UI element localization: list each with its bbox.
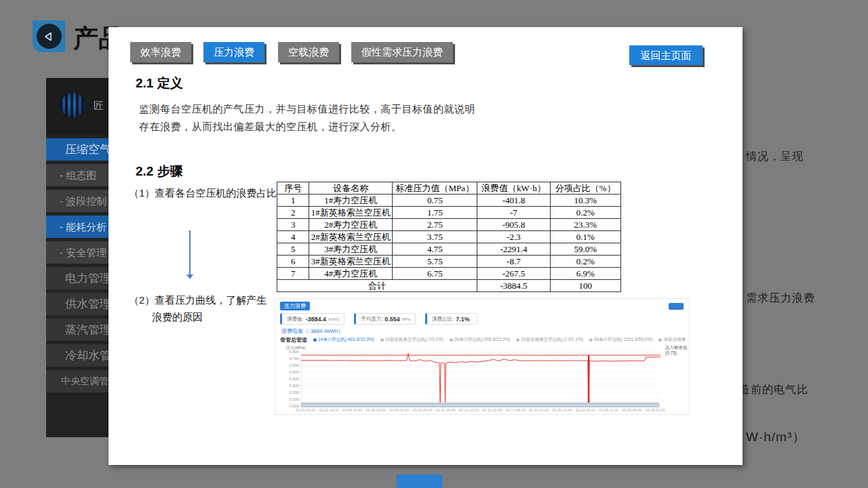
bg-text-fragment: 造前的电气比 [739, 383, 808, 397]
return-main-page-button[interactable]: 返回主页面 [629, 45, 703, 65]
table-cell: -267.5 [477, 268, 550, 280]
table-cell: 5 [277, 243, 309, 256]
legend-dot-icon [658, 338, 662, 342]
tab-efficiency-waste[interactable]: 效率浪费 [130, 42, 191, 62]
table-cell: 1#新英格索兰空压机 [309, 207, 393, 219]
x-axis-tick-label: 02-22 16:00 [576, 408, 595, 412]
table-cell: 3 [277, 219, 309, 231]
legend-item[interactable]: 2#新英格索兰空压机(-2.3/0.1%) [516, 337, 583, 343]
section-heading-steps: 2.2 步骤 [136, 163, 183, 180]
table-cell: 3#寿力空压机 [309, 243, 393, 256]
legend-item[interactable]: 2#寿力空压机(-905.8/23.3%) [450, 337, 511, 343]
section-heading-definition: 2.1 定义 [136, 75, 183, 92]
waste-energy-link[interactable]: 浪费电量（-3884.4kWh） [281, 327, 343, 335]
table-cell: 0.2% [550, 207, 620, 219]
definition-body-text: 监测每台空压机的产气压力，并与目标值进行比较，高于目标值的就说明存在浪费，从而找… [139, 100, 481, 136]
stat-box: 浪费值:-3884.4(kWh) [280, 313, 344, 325]
table-cell: -7 [477, 207, 550, 219]
table-cell: -2291.4 [477, 243, 550, 256]
table-cell: 3#新英格索兰空压机 [309, 256, 393, 268]
table-cell: 1 [277, 195, 309, 207]
bg-text-fragment: 情况，呈现 [746, 150, 804, 164]
tab-false-demand-waste[interactable]: 假性需求压力浪费 [351, 42, 453, 62]
x-axis-tick-label: 02-04 14:40 [342, 408, 362, 412]
x-axis-tick-label: 02-28 02:00 [646, 408, 665, 412]
x-axis-tick-label: 02-26 06:40 [622, 408, 642, 412]
table-cell: 2#寿力空压机 [309, 219, 393, 231]
legend-label: 母管总管道 [280, 336, 307, 344]
legend-item[interactable]: 3#新英格索兰空压机(-8.7/0.2%) [658, 337, 686, 343]
legend-item-label: 3#新英格索兰空压机(-8.7/0.2%) [663, 337, 686, 343]
svg-text:压力(MPa): 压力(MPa) [286, 345, 305, 350]
table-header-cell: 浪费值（kW·h） [477, 182, 550, 195]
table-cell: 0.75 [393, 195, 477, 207]
x-axis-tick-label: 02-19 01:20 [529, 408, 549, 412]
x-axis-tick-label: 02-10 00:40 [412, 408, 432, 412]
brand-logo-icon [60, 92, 85, 118]
svg-text:0.500: 0.500 [289, 370, 299, 374]
slide-root: 情况，呈现 需求压力浪费 造前的电气比 W·h/m³） 产品 匠 压缩空气- 组… [0, 0, 868, 488]
stat-box: 平均压力:0.554MPa [354, 313, 416, 325]
legend-item[interactable]: 1#新英格索兰空压机(-7/0.2%) [380, 337, 443, 343]
table-row: 32#寿力空压机2.75-905.823.3% [277, 219, 621, 231]
table-cell: 4 [277, 231, 309, 243]
svg-text:0.600: 0.600 [289, 363, 299, 367]
bg-text-fragment: 需求压力浪费 [746, 291, 815, 306]
table-row: 53#寿力空压机4.75-2291.459.0% [277, 243, 621, 256]
legend-dot-icon [450, 338, 453, 342]
table-cell: 3.75 [393, 231, 477, 243]
pressure-waste-screenshot: 压力浪费 浪费值:-3884.4(kWh)平均压力:0.554MPa浪费占比:7… [275, 298, 690, 415]
x-axis-labels: 02-01 00:0002-02 19:2002-04 14:4002-06 1… [296, 408, 665, 412]
table-cell: 100 [550, 280, 620, 292]
table-cell: 2#新英格索兰空压机 [309, 231, 393, 243]
step-2-text: （2）查看压力曲线，了解产生浪费的原因 [129, 291, 271, 325]
left-triangle-icon [43, 31, 54, 42]
svg-text:0.400: 0.400 [289, 377, 299, 381]
mini-action-button[interactable] [669, 303, 684, 310]
legend-item[interactable]: 3#寿力空压机(-2291.4/59.0%) [589, 337, 652, 343]
table-header-cell: 序号 [277, 182, 309, 195]
bottom-blue-bar [397, 474, 442, 488]
tab-idle-waste[interactable]: 空载浪费 [278, 42, 339, 62]
stat-boxes: 浪费值:-3884.4(kWh)平均压力:0.554MPa浪费占比:7.1% [280, 313, 477, 325]
legend-item-label: 1#寿力空压机(-401.8/10.3%) [318, 337, 374, 343]
x-axis-tick-label: 02-13 15:20 [459, 408, 479, 412]
x-axis-tick-label: 02-24 11:20 [599, 408, 618, 412]
screenshot-title-badge: 压力浪费 [280, 302, 310, 310]
x-axis-tick-label: 02-02 19:20 [319, 408, 338, 412]
stat-box: 浪费占比:7.1% [425, 313, 477, 325]
table-cell: 1.75 [393, 207, 477, 219]
table-cell: -8.7 [477, 256, 550, 268]
table-header-cell: 设备名称 [309, 182, 393, 195]
table-cell: 合计 [277, 280, 477, 292]
table-header-row: 序号设备名称标准压力值（MPa）浪费值（kW·h）分项占比（%） [277, 182, 621, 195]
legend-items: 1#寿力空压机(-401.8/10.3%)1#新英格索兰空压机(-7/0.2%)… [313, 337, 686, 343]
legend-dot-icon [380, 338, 384, 342]
x-axis-tick-label: 02-17 06:00 [505, 408, 525, 412]
table-cell: 5.75 [393, 256, 477, 268]
standard-value-label: 压力标准值 (0.75) [665, 345, 690, 356]
main-panel: 效率浪费 压力浪费 空载浪费 假性需求压力浪费 返回主页面 2.1 定义 监测每… [108, 27, 743, 465]
table-cell: 6.9% [550, 268, 620, 280]
table-cell: 0.2% [550, 256, 620, 268]
table-row: 21#新英格索兰空压机1.75-70.2% [277, 207, 621, 219]
svg-text:0.300: 0.300 [289, 384, 299, 388]
tab-pressure-waste[interactable]: 压力浪费 [203, 42, 264, 62]
pressure-line-chart: 压力(MPa)0.8000.7000.6000.5000.4000.3000.2… [282, 344, 662, 411]
legend-item[interactable]: 1#寿力空压机(-401.8/10.3%) [313, 337, 374, 343]
x-axis-tick-label: 02-01 00:00 [296, 408, 315, 412]
table-cell: 23.3% [550, 219, 620, 231]
chart-scrollbar[interactable] [301, 403, 659, 407]
table-cell: -401.8 [477, 195, 550, 207]
table-cell: 59.0% [550, 243, 620, 256]
x-axis-tick-label: 02-08 05:20 [389, 408, 409, 412]
x-axis-tick-label: 02-15 10:40 [482, 408, 502, 412]
back-arrow-circle [37, 24, 62, 49]
table-cell: 10.3% [550, 195, 620, 207]
legend-item-label: 1#新英格索兰空压机(-7/0.2%) [385, 337, 443, 343]
table-total-row: 合计-3884.5100 [277, 280, 621, 292]
waste-table: 序号设备名称标准压力值（MPa）浪费值（kW·h）分项占比（%）11#寿力空压机… [277, 182, 621, 292]
legend-row: 母管总管道 1#寿力空压机(-401.8/10.3%)1#新英格索兰空压机(-7… [280, 336, 686, 344]
back-arrow-icon[interactable] [33, 20, 65, 52]
svg-text:0.100: 0.100 [289, 397, 299, 401]
